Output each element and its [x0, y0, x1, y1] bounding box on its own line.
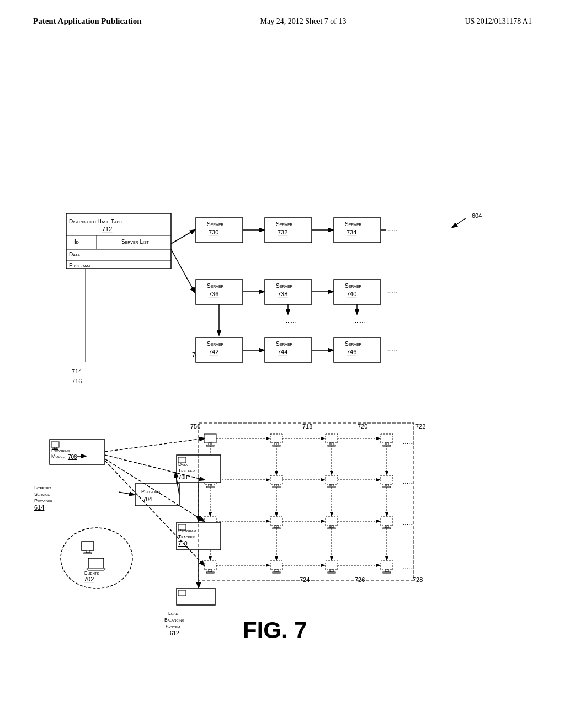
svg-rect-60 [204, 434, 216, 443]
svg-line-186 [119, 492, 134, 495]
svg-text:Server: Server [345, 283, 362, 289]
diagram-area: Distributed Hash Table 712 Id Server Lis… [0, 42, 565, 704]
svg-rect-141 [86, 550, 89, 553]
svg-text:706: 706 [68, 454, 77, 460]
svg-rect-153 [135, 484, 179, 506]
svg-text:604: 604 [472, 212, 482, 219]
svg-text:Server List: Server List [121, 239, 150, 245]
svg-rect-191 [199, 423, 414, 580]
svg-rect-171 [178, 590, 186, 596]
svg-text:704: 704 [143, 496, 152, 502]
svg-rect-108 [204, 561, 216, 570]
svg-rect-98 [326, 517, 338, 526]
svg-rect-63 [270, 434, 282, 443]
svg-text:718: 718 [302, 423, 312, 430]
svg-text:Program: Program [51, 448, 70, 453]
svg-rect-142 [84, 553, 92, 554]
svg-rect-113 [273, 572, 280, 573]
svg-rect-117 [381, 561, 393, 570]
svg-text:System: System [166, 624, 180, 629]
svg-text:Service: Service [34, 491, 50, 497]
svg-text:714: 714 [72, 368, 82, 374]
svg-rect-140 [82, 542, 94, 550]
svg-text:736: 736 [209, 291, 218, 297]
header-center: May 24, 2012 Sheet 7 of 13 [260, 17, 347, 26]
svg-text:716: 716 [72, 378, 82, 384]
svg-text:742: 742 [209, 349, 218, 355]
svg-text:726: 726 [355, 576, 365, 583]
svg-text:......: ...... [403, 563, 414, 571]
svg-text:......: ...... [386, 287, 397, 295]
svg-rect-119 [383, 572, 391, 573]
svg-rect-95 [270, 517, 282, 526]
svg-text:740: 740 [347, 291, 356, 297]
svg-text:Program: Program [178, 528, 196, 533]
svg-rect-66 [326, 434, 338, 443]
svg-text:734: 734 [347, 229, 356, 235]
svg-text:728: 728 [413, 576, 423, 583]
svg-text:Tracker: Tracker [178, 468, 195, 473]
svg-text:Clients: Clients [84, 570, 99, 576]
svg-text:Server: Server [276, 221, 293, 227]
svg-text:......: ...... [386, 225, 397, 233]
svg-text:Server: Server [345, 221, 362, 227]
svg-text:746: 746 [347, 349, 356, 355]
svg-text:......: ...... [386, 345, 397, 353]
svg-text:Provider: Provider [34, 498, 53, 504]
svg-rect-114 [326, 561, 338, 570]
svg-text:Data: Data [69, 251, 80, 258]
svg-rect-69 [381, 434, 393, 443]
svg-text:Model: Model [51, 453, 65, 459]
svg-rect-147 [51, 442, 59, 447]
svg-text:720: 720 [358, 423, 367, 430]
svg-text:702: 702 [84, 576, 94, 582]
svg-text:......: ...... [403, 519, 414, 527]
svg-text:614: 614 [34, 504, 44, 511]
svg-rect-118 [385, 570, 388, 572]
svg-text:730: 730 [209, 229, 218, 235]
diagram-svg: Distributed Hash Table 712 Id Server Lis… [0, 42, 565, 704]
svg-rect-115 [330, 570, 333, 572]
svg-text:Server: Server [276, 341, 293, 347]
svg-text:710: 710 [178, 540, 188, 547]
svg-rect-143 [88, 558, 104, 568]
svg-text:......: ...... [403, 478, 414, 485]
svg-text:738: 738 [278, 291, 287, 297]
svg-text:732: 732 [278, 229, 287, 235]
svg-text:FIG. 7: FIG. 7 [243, 617, 307, 643]
svg-text:724: 724 [300, 576, 310, 583]
svg-text:708: 708 [178, 474, 188, 480]
svg-text:Internet: Internet [34, 485, 51, 490]
svg-line-59 [452, 218, 466, 227]
svg-rect-85 [381, 475, 393, 484]
svg-text:Server: Server [207, 221, 224, 227]
svg-text:......: ...... [403, 438, 414, 446]
svg-text:Server: Server [276, 283, 293, 289]
svg-rect-109 [209, 570, 212, 572]
svg-text:722: 722 [415, 423, 425, 430]
svg-text:Tracker: Tracker [178, 534, 195, 539]
header-right: US 2012/0131178 A1 [465, 17, 532, 26]
svg-text:Distributed Hash Table: Distributed Hash Table [69, 218, 124, 224]
svg-text:Server: Server [207, 341, 224, 347]
svg-rect-111 [270, 561, 282, 570]
page-header: Patent Application Publication May 24, 2… [0, 0, 565, 31]
svg-text:Id: Id [74, 239, 79, 245]
svg-line-177 [171, 249, 195, 292]
header-left: Patent Application Publication [33, 17, 142, 26]
svg-text:Data: Data [178, 462, 188, 467]
svg-text:......: ...... [355, 317, 365, 324]
svg-line-176 [171, 230, 195, 244]
svg-text:Load: Load [168, 611, 178, 616]
svg-text:Program: Program [69, 263, 90, 269]
svg-text:Server: Server [207, 283, 224, 289]
svg-rect-101 [381, 517, 393, 526]
svg-text:Balancing: Balancing [164, 617, 185, 623]
svg-rect-116 [328, 572, 335, 573]
svg-text:......: ...... [286, 317, 296, 324]
svg-rect-82 [326, 475, 338, 484]
svg-text:612: 612 [170, 630, 179, 636]
svg-line-182 [105, 438, 204, 452]
svg-rect-110 [206, 572, 214, 573]
svg-rect-79 [270, 475, 282, 484]
